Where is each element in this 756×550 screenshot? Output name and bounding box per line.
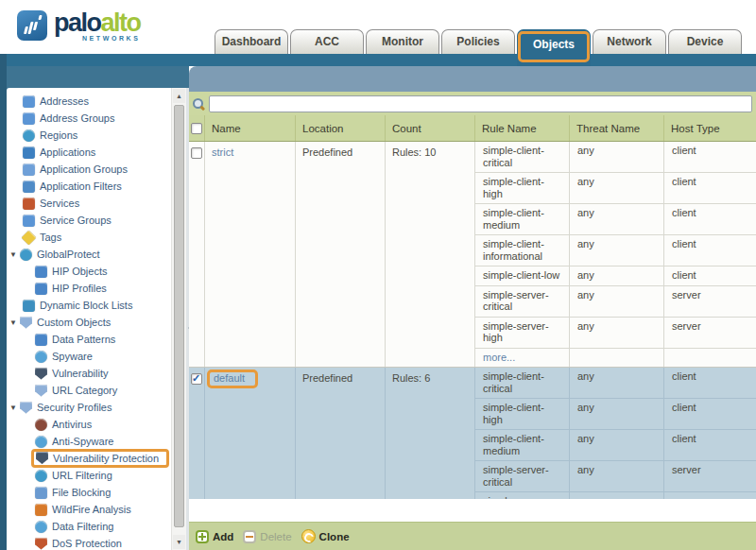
sidebar-item-custom-objects[interactable]: Custom Objects [7, 314, 171, 331]
row-checkbox[interactable] [191, 373, 202, 385]
addresses-icon [23, 95, 35, 108]
tree-item-label: Custom Objects [37, 317, 111, 328]
tree-expander-icon[interactable] [9, 318, 20, 327]
tab-dashboard[interactable]: Dashboard [215, 29, 288, 54]
rule-row: simple-server-high any server [475, 492, 756, 499]
column-header-count[interactable]: Count [386, 115, 475, 141]
threat-name-cell: any [570, 318, 664, 348]
rule-row: simple-server-critical any server [475, 461, 756, 492]
profile-row[interactable]: default Predefined Rules: 6 simple-clien… [189, 368, 756, 499]
threat-name-cell: any [570, 173, 664, 203]
sidebar-item-dos-protection[interactable]: DoS Protection [7, 535, 171, 550]
tags-icon [21, 230, 36, 245]
column-header-rule-name[interactable]: Rule Name [475, 115, 570, 141]
scrollbar-thumb[interactable] [174, 105, 184, 527]
sidebar-item-hip-objects[interactable]: HIP Objects [7, 263, 171, 280]
profile-location-cell: Predefined [296, 368, 386, 499]
tree-item-label: Tags [40, 232, 61, 243]
sidebar-item-file-blocking[interactable]: File Blocking [7, 484, 171, 501]
sidebar-item-regions[interactable]: Regions [7, 127, 171, 144]
host-type-cell: client [664, 204, 756, 234]
host-type-cell: server [664, 461, 756, 491]
tab-objects[interactable]: Objects [517, 29, 591, 66]
sidebar-item-hip-profiles[interactable]: HIP Profiles [7, 280, 171, 297]
host-type-cell: client [664, 430, 756, 460]
sidebar-item-service-groups[interactable]: Service Groups [7, 212, 171, 229]
sidebar-item-application-groups[interactable]: Application Groups [7, 161, 171, 178]
sidebar-item-data-filtering[interactable]: Data Filtering [7, 518, 171, 535]
sidebar-item-antivirus[interactable]: Antivirus [7, 416, 171, 433]
column-header-location[interactable]: Location [296, 115, 386, 141]
sidebar-item-address-groups[interactable]: Address Groups [7, 110, 171, 127]
sidebar-item-application-filters[interactable]: Application Filters [7, 178, 171, 195]
sidebar-item-url-filtering[interactable]: URL Filtering [7, 467, 171, 484]
sidebar-item-dynamic-block-lists[interactable]: Dynamic Block Lists [7, 297, 171, 314]
tree-item-label: Anti-Spyware [52, 436, 113, 447]
column-header-host-type[interactable]: Host Type [664, 115, 756, 141]
threat-name-cell: any [570, 461, 664, 491]
sidebar-scrollbar[interactable]: ▲ ▼ [171, 88, 186, 550]
tab-network[interactable]: Network [593, 29, 666, 54]
clone-button-label: Clone [319, 531, 350, 542]
tree-item-label: Data Patterns [52, 334, 115, 345]
rule-name-cell: simple-server-high [475, 318, 570, 348]
host-type-cell: client [664, 399, 756, 429]
rule-name-cell: simple-client-low [475, 266, 570, 285]
tab-acc[interactable]: ACC [290, 29, 364, 54]
profile-name-link[interactable]: default [214, 372, 245, 384]
scroll-down-arrow-icon[interactable]: ▼ [173, 535, 185, 549]
select-all-checkbox[interactable] [191, 123, 202, 134]
sidebar-item-addresses[interactable]: Addresses [7, 93, 171, 110]
sidebar-item-data-patterns[interactable]: Data Patterns [7, 331, 171, 348]
column-header-name[interactable]: Name [205, 115, 296, 141]
search-icon [192, 97, 205, 111]
top-bar: paloalto NETWORKS DashboardACCMonitorPol… [0, 0, 756, 54]
host-type-cell: client [664, 368, 756, 398]
scroll-up-arrow-icon[interactable]: ▲ [173, 89, 185, 103]
paloalto-logo-text: paloalto [54, 10, 141, 35]
profile-row[interactable]: strict Predefined Rules: 10 simple-clien… [189, 142, 756, 368]
tree-expander-icon[interactable] [9, 404, 20, 412]
tab-monitor[interactable]: Monitor [366, 29, 439, 54]
profile-name-link[interactable]: strict [212, 146, 233, 158]
tree-item-label: Address Groups [40, 112, 114, 124]
tree-item-label: URL Category [52, 385, 117, 396]
tree-item-label: HIP Profiles [52, 283, 107, 294]
sidebar-item-services[interactable]: Services [7, 195, 171, 212]
rule-name-cell: simple-client-high [475, 173, 570, 203]
rule-name-cell: simple-client-medium [475, 430, 570, 460]
host-type-cell: server [664, 318, 756, 348]
tab-policies[interactable]: Policies [441, 29, 515, 54]
search-input[interactable] [209, 95, 752, 112]
sidebar-item-anti-spyware[interactable]: Anti-Spyware [7, 433, 171, 450]
rule-name-cell: simple-server-critical [475, 461, 570, 491]
threat-name-cell: any [570, 204, 664, 234]
rule-name-cell: simple-client-informational [475, 235, 570, 266]
rule-name-cell: simple-client-critical [475, 368, 570, 398]
paloalto-logo-icon [17, 10, 47, 41]
sidebar-item-wildfire-analysis[interactable]: WildFire Analysis [7, 501, 171, 518]
dos-protection-icon [35, 538, 47, 550]
sidebar-item-spyware[interactable]: Spyware [7, 348, 171, 365]
threat-name-cell: any [570, 235, 664, 266]
row-checkbox[interactable] [191, 147, 202, 159]
tab-device[interactable]: Device [668, 29, 742, 54]
more-link[interactable]: more... [475, 349, 570, 368]
tree-expander-icon[interactable] [9, 250, 20, 259]
add-button[interactable]: Add [196, 530, 233, 543]
sidebar-item-security-profiles[interactable]: Security Profiles [7, 399, 171, 416]
clone-button[interactable]: Clone [301, 529, 350, 543]
sidebar-item-url-category[interactable]: URL Category [7, 382, 171, 399]
sidebar-item-tags[interactable]: Tags [7, 229, 171, 246]
sidebar-item-vulnerability-protection[interactable]: Vulnerability Protection [7, 450, 171, 467]
sidebar-item-vulnerability[interactable]: Vulnerability [7, 365, 171, 382]
wildfire-analysis-icon [35, 504, 47, 516]
profile-count-cell: Rules: 6 [386, 368, 475, 499]
address-groups-icon [23, 112, 35, 125]
column-header-threat-name[interactable]: Threat Name [570, 115, 664, 141]
url-category-icon [35, 385, 47, 397]
file-blocking-icon [35, 487, 47, 499]
sidebar-item-globalprotect[interactable]: GlobalProtect [7, 246, 171, 263]
sidebar-item-applications[interactable]: Applications [7, 144, 171, 161]
delete-button[interactable]: Delete [243, 530, 291, 543]
